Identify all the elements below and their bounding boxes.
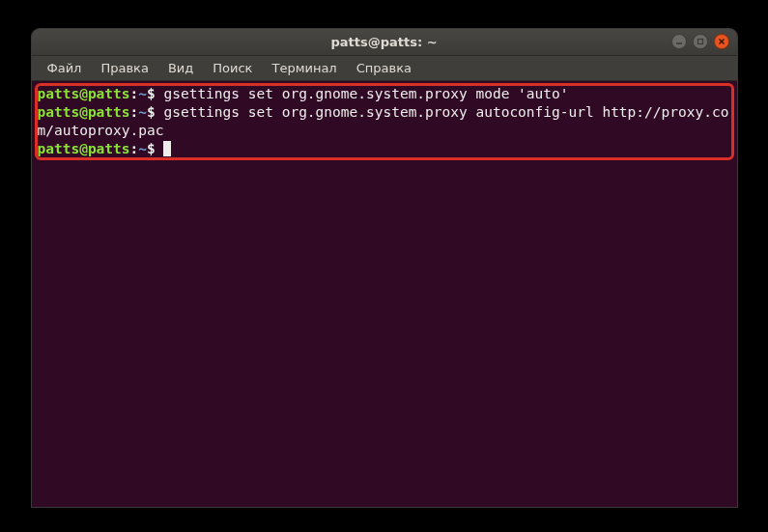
prompt-dollar: $ [147, 141, 156, 156]
cursor [163, 141, 171, 156]
menu-help[interactable]: Справка [349, 58, 419, 78]
maximize-button[interactable] [693, 34, 708, 49]
maximize-icon [697, 38, 704, 45]
prompt-userhost: patts@patts [38, 104, 130, 120]
svg-rect-1 [697, 40, 702, 44]
prompt-userhost: patts@patts [38, 141, 130, 156]
prompt-colon: : [130, 104, 139, 120]
window-title: patts@patts: ~ [330, 35, 437, 49]
prompt-colon: : [130, 86, 139, 101]
close-button[interactable] [714, 34, 729, 49]
terminal-line: patts@patts:~$ gsettings set org.gnome.s… [38, 103, 731, 140]
prompt-path: ~ [138, 86, 147, 101]
menu-file[interactable]: Файл [40, 58, 90, 78]
window-controls [671, 34, 729, 49]
close-icon [718, 38, 725, 45]
prompt-dollar: $ [147, 104, 156, 120]
prompt-colon: : [130, 141, 139, 156]
prompt-path: ~ [138, 104, 147, 120]
terminal-window: patts@patts: ~ Файл Правка Вид Поиск Тер… [32, 29, 737, 507]
minimize-icon [675, 38, 683, 45]
menu-terminal[interactable]: Терминал [264, 58, 344, 78]
terminal-area[interactable]: patts@patts:~$ gsettings set org.gnome.s… [32, 81, 737, 507]
terminal-line: patts@patts:~$ gsettings set org.gnome.s… [38, 85, 731, 103]
prompt-userhost: patts@patts [38, 86, 130, 101]
menu-view[interactable]: Вид [160, 58, 201, 78]
menu-edit[interactable]: Правка [93, 58, 156, 78]
minimize-button[interactable] [671, 34, 687, 49]
terminal-line: patts@patts:~$ [38, 140, 731, 158]
menubar: Файл Правка Вид Поиск Терминал Справка [32, 56, 737, 81]
command-text: gsettings set org.gnome.system.proxy mod… [163, 86, 568, 101]
prompt-dollar: $ [147, 86, 156, 101]
titlebar[interactable]: patts@patts: ~ [32, 29, 737, 56]
menu-search[interactable]: Поиск [205, 58, 260, 78]
prompt-path: ~ [138, 141, 147, 156]
